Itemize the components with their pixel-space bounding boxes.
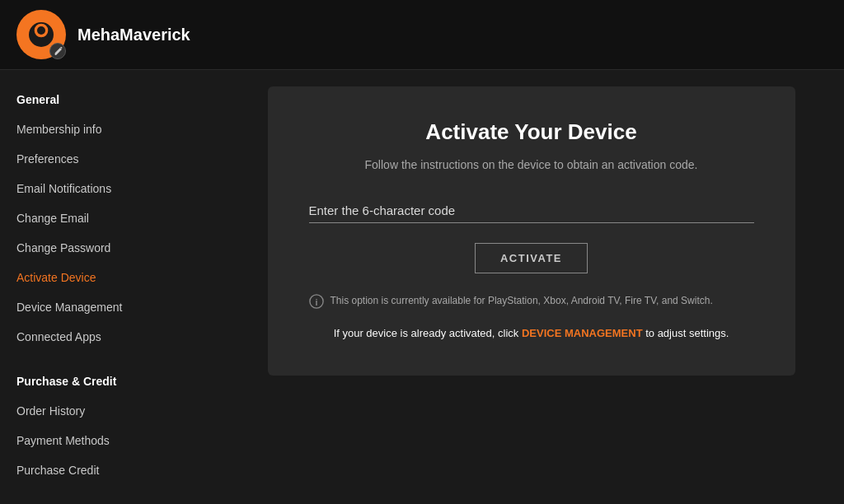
code-input[interactable]: [309, 198, 754, 223]
sidebar-item-change-password[interactable]: Change Password: [0, 233, 218, 263]
main-layout: General Membership info Preferences Emai…: [0, 70, 844, 504]
activate-subtitle: Follow the instructions on the device to…: [309, 156, 754, 174]
code-input-wrapper: [309, 198, 754, 223]
sidebar-item-preferences[interactable]: Preferences: [0, 144, 218, 174]
content-area: Activate Your Device Follow the instruct…: [218, 70, 844, 504]
edit-avatar-button[interactable]: [49, 43, 66, 59]
sidebar-general-title: General: [0, 86, 218, 114]
activate-button[interactable]: ACTIVATE: [475, 243, 588, 273]
sidebar-item-device-management[interactable]: Device Management: [0, 292, 218, 322]
svg-point-3: [37, 26, 45, 35]
sidebar-item-order-history[interactable]: Order History: [0, 396, 218, 426]
sidebar-purchase-title: Purchase & Credit: [0, 368, 218, 396]
header: MehaMaverick: [0, 0, 844, 70]
username: MehaMaverick: [77, 26, 190, 44]
device-management-row: If your device is already activated, cli…: [309, 325, 754, 343]
activate-card: Activate Your Device Follow the instruct…: [268, 86, 795, 376]
bottom-text-suffix: to adjust settings.: [643, 327, 729, 339]
pencil-icon: [54, 47, 63, 56]
info-row: i This option is currently available for…: [309, 293, 754, 309]
device-management-link[interactable]: DEVICE MANAGEMENT: [522, 327, 643, 339]
sidebar-item-connected-apps[interactable]: Connected Apps: [0, 322, 218, 352]
sidebar-item-email-notifications[interactable]: Email Notifications: [0, 174, 218, 203]
sidebar-item-change-email[interactable]: Change Email: [0, 203, 218, 233]
sidebar-item-activate-device[interactable]: Activate Device: [0, 263, 218, 292]
sidebar-item-membership-info[interactable]: Membership info: [0, 114, 218, 144]
svg-text:i: i: [315, 297, 317, 307]
activate-title: Activate Your Device: [309, 119, 754, 145]
sidebar-item-payment-methods[interactable]: Payment Methods: [0, 426, 218, 455]
bottom-text-prefix: If your device is already activated, cli…: [334, 327, 522, 339]
sidebar: General Membership info Preferences Emai…: [0, 70, 218, 504]
info-text: This option is currently available for P…: [331, 293, 713, 308]
info-icon: i: [309, 294, 324, 309]
avatar-wrapper[interactable]: [16, 10, 66, 59]
sidebar-item-purchase-credit[interactable]: Purchase Credit: [0, 455, 218, 485]
